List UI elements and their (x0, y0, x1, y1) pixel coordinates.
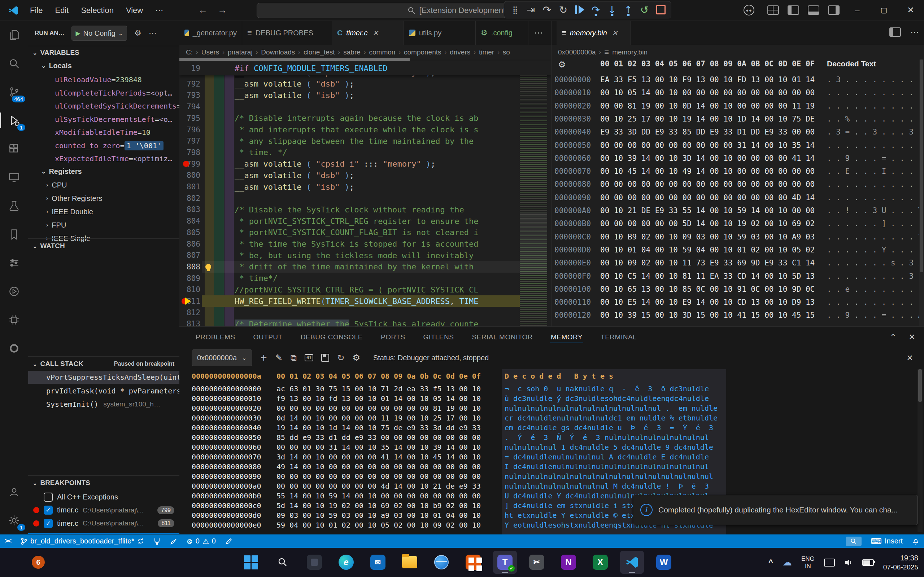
breadcrumb-item[interactable]: Downloads (261, 48, 295, 56)
tab-.config[interactable]: ⚙.config (476, 21, 528, 45)
code-line-811[interactable]: 811HW_REG_FIELD_WRITE(TIMER_SLOWCLK_BASE… (179, 295, 551, 307)
tab--generator.py[interactable]: _generator.py (179, 21, 242, 45)
run-to-cursor-button[interactable]: ⇥ (523, 2, 539, 18)
tab-utils.py[interactable]: utils.py (404, 21, 476, 45)
code-line-802[interactable]: 802 (179, 193, 551, 204)
binary-view-icon[interactable]: 01 (305, 354, 313, 361)
split-editor-icon[interactable] (889, 27, 901, 37)
hex-row[interactable]: 000000D000 10 01 04 00 10 59 04 00 10 01… (551, 243, 924, 256)
memory-row[interactable]: 000000000000008049 14 00 10 00 00 00 00 … (179, 462, 924, 471)
panel-tab-memory[interactable]: MEMORY (550, 328, 583, 346)
vscode-taskbar-icon[interactable] (620, 551, 644, 574)
toggle-sidebar-icon[interactable] (788, 5, 799, 15)
memory-row[interactable]: 000000000000005085 dd e9 33 d1 dd e9 33 … (179, 432, 924, 442)
activity-remote-explorer-icon[interactable] (0, 163, 28, 192)
variable-row[interactable]: xModifiableIdleTime = 10 (28, 126, 179, 139)
code-line-809[interactable]: 809 * time*/ (179, 272, 551, 284)
activity-accounts-icon[interactable] (0, 477, 28, 506)
memory-row[interactable]: 000000000000006000 00 00 00 31 14 00 10 … (179, 442, 924, 452)
callstack-section-header[interactable]: ⌄CALL STACK Paused on breakpoint (28, 358, 179, 370)
lightbulb-icon[interactable] (205, 264, 211, 270)
command-center[interactable]: [Extension Development (257, 3, 506, 18)
panel-tab-terminal[interactable]: TERMINAL (600, 328, 637, 346)
feedback-item[interactable] (221, 534, 237, 548)
code-line-805[interactable]: 805 * portNVIC_SYSTICK_COUNT_FLAG_BIT is… (179, 227, 551, 239)
hex-row[interactable]: 0000011000 10 E5 14 00 10 E9 14 00 10 CD… (551, 296, 924, 309)
breakpoint-checkbox[interactable]: ✓ (44, 506, 53, 515)
activity-jupyter-icon[interactable] (0, 334, 28, 363)
breadcrumb-item[interactable]: 0x0000000a (558, 48, 596, 56)
breadcrumb-item[interactable]: sabre (343, 48, 360, 56)
hex-row[interactable]: 000000B000 00 00 00 00 00 5D 14 00 10 19… (551, 217, 924, 230)
breadcrumb-item[interactable]: components (404, 48, 441, 56)
code-line-808[interactable]: 808 * drift of the time maintained by th… (179, 261, 551, 272)
breadcrumb-item[interactable]: common (369, 48, 395, 56)
variable-row[interactable]: ulSysTickDecrementsLeft = <o… (28, 113, 179, 126)
breadcrumb-item[interactable]: clone_test (304, 48, 335, 56)
tab-debug-probes[interactable]: ≡DEBUG PROBES (242, 21, 332, 45)
memory-row[interactable]: 00000000000000300d 14 00 10 00 00 00 00 … (179, 413, 924, 423)
teams-icon[interactable]: T✓ (493, 551, 517, 574)
memory-row[interactable]: 00000000000000703d 14 00 10 00 00 00 00 … (179, 452, 924, 462)
activity-source-control-icon[interactable]: 464 (0, 77, 28, 106)
editor-actions-more-icon[interactable]: ⋯ (910, 27, 919, 37)
start-button[interactable] (239, 551, 263, 574)
copilot-icon[interactable]: ●● (743, 5, 754, 16)
hex-row[interactable]: 00000000EA 33 F5 13 00 10 F9 13 00 10 FD… (551, 73, 924, 86)
activity-search-icon[interactable] (0, 49, 28, 77)
remote-indicator[interactable]: >< (0, 534, 16, 548)
debug-gear-icon[interactable]: ⚙ (134, 29, 142, 38)
memory-row[interactable]: 000000000000004019 14 00 10 1d 14 00 10 … (179, 423, 924, 432)
memory-scrollbar[interactable] (918, 369, 922, 532)
variable-row[interactable]: ulCompletedSysTickDecrements = (28, 100, 179, 113)
refresh-icon[interactable]: ↻ (337, 353, 344, 363)
close-tab-icon[interactable]: ✕ (612, 29, 618, 37)
callstack-frame[interactable]: vPortSuppressTicksAndSleep(uint (28, 371, 179, 384)
snipping-tool-icon[interactable]: ✂ (525, 551, 549, 574)
menu-overflow[interactable]: ⋯ (149, 6, 169, 15)
breakpoint-row[interactable]: ✓timer.cC:\Users\pnataraj\...811 (28, 517, 179, 530)
hex-row[interactable]: 0000003000 10 25 17 00 10 19 14 00 10 1D… (551, 113, 924, 126)
excel-icon[interactable]: X (588, 551, 612, 574)
hex-row[interactable]: 00000040E9 33 3D DD E9 33 85 DD E9 33 D1… (551, 126, 924, 139)
drag-grip-button[interactable]: ⣿ (506, 2, 523, 18)
sticky-scroll-line[interactable]: 19 #if CONFIG_MODULE_TIMERS_ENABLED (179, 61, 551, 76)
activity-explorer-icon[interactable] (0, 21, 28, 49)
activity-testing-icon[interactable] (0, 192, 28, 220)
registers-group[interactable]: ⌄Registers (37, 165, 180, 177)
hex-row[interactable]: 0000006000 10 39 14 00 10 3D 14 00 10 00… (551, 152, 924, 165)
file-explorer-icon[interactable] (398, 551, 422, 574)
menu-file[interactable]: File (24, 6, 49, 15)
close-tab-icon[interactable]: ✕ (373, 29, 378, 37)
hex-row[interactable]: 0000005000 00 00 00 00 00 00 00 00 00 31… (551, 139, 924, 152)
hex-row[interactable]: 0000001000 10 05 14 00 10 00 00 00 00 00… (551, 86, 924, 99)
activity-extensions-icon[interactable] (0, 134, 28, 163)
code-line-812[interactable]: 812 (179, 307, 551, 318)
activity-run-and-debug-icon[interactable]: 1 (0, 106, 28, 134)
breadcrumb-item[interactable]: C: (186, 48, 193, 56)
task-view-icon[interactable] (302, 551, 326, 574)
minimize-button[interactable]: – (844, 0, 871, 20)
continue-button[interactable] (571, 2, 588, 18)
stop-button[interactable] (653, 2, 669, 18)
debug-probe-item[interactable] (149, 534, 165, 548)
variable-row[interactable]: counted_to_zero = 1 '\001' (28, 139, 179, 152)
code-line-801[interactable]: 801__asm volatile ( "isb" ); (179, 181, 551, 193)
memory-view-close-icon[interactable]: ✕ (907, 353, 913, 363)
activity-manage-icon[interactable]: 1 (0, 506, 28, 534)
launch-item[interactable] (165, 534, 182, 548)
locals-group[interactable]: ⌄Locals (37, 60, 180, 72)
code-line-797[interactable]: 797 * any slippage between the time main… (179, 135, 551, 147)
minimap[interactable] (520, 61, 547, 326)
variables-section-header[interactable]: ⌄VARIABLES (28, 47, 179, 59)
hex-settings-gear-icon[interactable]: ⚙ (558, 60, 566, 69)
clock[interactable]: 19:3807-06-2025 (883, 554, 918, 572)
breadcrumb-item[interactable]: pnataraj (228, 48, 253, 56)
outlook-icon[interactable]: ✉ (366, 551, 390, 574)
code-line-803[interactable]: 803/* Disable the SysTick clock without … (179, 204, 551, 215)
hex-row[interactable]: 000000A000 10 21 DE E9 33 55 14 00 10 59… (551, 204, 924, 217)
memory-row[interactable]: 000000000000002000 00 00 00 00 00 00 00 … (179, 403, 924, 413)
language-indicator[interactable]: ENGIN (801, 555, 815, 570)
notification-toast[interactable]: i Completed (hopefully) duplicating the … (633, 495, 918, 525)
code-line-798[interactable]: 798 * time. */ (179, 147, 551, 158)
